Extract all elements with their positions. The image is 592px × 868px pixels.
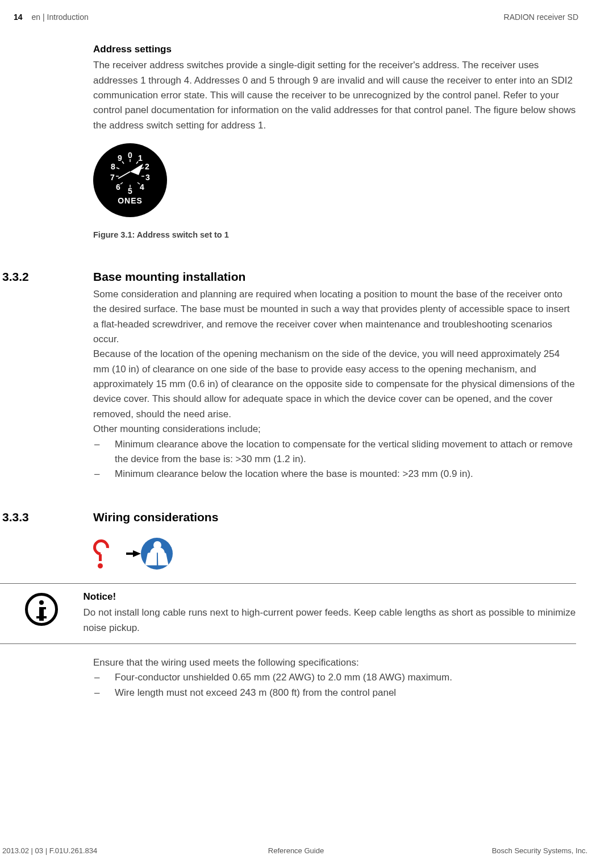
svg-line-3 [136, 161, 138, 164]
page-number: 14 [14, 11, 23, 24]
product-name: RADION receiver SD [504, 11, 578, 24]
dash-icon: – [93, 670, 115, 685]
content: Address settings The receiver address sw… [0, 42, 576, 700]
notice-block: Notice! Do not install long cable runs n… [0, 589, 576, 644]
wiring-list: –Four-conductor unshielded 0.65 mm (22 A… [93, 670, 576, 700]
list-item: –Minimum clearance above the location to… [93, 437, 576, 467]
arrow-right-icon [133, 550, 141, 557]
dial-2: 2 [145, 162, 149, 171]
dial-9: 9 [118, 153, 122, 163]
dial-8: 8 [111, 162, 115, 171]
svg-marker-0 [130, 164, 143, 175]
info-icon [25, 593, 58, 626]
section-332-title: Base mounting installation [93, 268, 245, 286]
wiring-spec: Ensure that the wiring used meets the fo… [93, 655, 576, 700]
wiring-item-1: Wire length must not exceed 243 m (800 f… [115, 686, 396, 700]
header-left: 14 en | Introduction [14, 11, 89, 24]
notice-text: Notice! Do not install long cable runs n… [84, 589, 576, 636]
section-333-title: Wiring considerations [93, 508, 218, 527]
s332-item-1: Minimum clearance below the location whe… [115, 467, 473, 481]
dial-1: 1 [138, 153, 143, 163]
dial-4: 4 [140, 182, 144, 192]
divider [0, 583, 576, 584]
section-332-number: 3.3.2 [0, 268, 93, 286]
dash-icon: – [93, 467, 115, 481]
list-item: –Wire length must not exceed 243 m (800 … [93, 686, 576, 700]
wiring-item-0: Four-conductor unshielded 0.65 mm (22 AW… [115, 670, 452, 685]
dial-5: 5 [128, 186, 132, 196]
s332-list: –Minimum clearance above the location to… [93, 437, 576, 482]
svg-line-1 [118, 172, 130, 178]
question-mark-icon [93, 539, 112, 568]
svg-line-8 [120, 182, 123, 184]
address-settings-body: The receiver address switches provide a … [93, 58, 576, 133]
notice-title: Notice! [84, 589, 576, 604]
dial-6: 6 [116, 182, 120, 192]
wiring-lead: Ensure that the wiring used meets the fo… [93, 655, 576, 670]
read-manual-icon [141, 538, 173, 570]
page-footer: 2013.02 | 03 | F.01U.261.834 Reference G… [0, 845, 592, 857]
notice-body: Do not install long cable runs next to h… [84, 605, 576, 636]
s332-p1: Some consideration and planning are requ… [93, 287, 576, 347]
dash-icon: – [93, 686, 115, 700]
rotary-dial-icon: 0 1 2 3 4 5 6 7 8 9 ONES [93, 143, 167, 217]
dial-0: 0 [128, 151, 132, 160]
address-settings-section: Address settings The receiver address sw… [93, 42, 576, 242]
refer-manual-icons [93, 538, 576, 570]
footer-left: 2013.02 | 03 | F.01U.261.834 [2, 845, 97, 857]
figure-caption: Figure 3.1: Address switch set to 1 [93, 229, 576, 241]
rotary-dial-svg: 0 1 2 3 4 5 6 7 8 9 ONES [93, 143, 167, 217]
footer-right: Bosch Security Systems, Inc. [492, 845, 587, 857]
section-332-body: Some consideration and planning are requ… [93, 287, 576, 481]
page-header: 14 en | Introduction RADION receiver SD [0, 11, 592, 24]
footer-center: Reference Guide [268, 845, 324, 857]
s332-p2: Because of the location of the opening m… [93, 347, 576, 422]
dial-3: 3 [145, 173, 150, 182]
section-332-header: 3.3.2 Base mounting installation [0, 268, 576, 286]
svg-line-11 [122, 161, 124, 164]
breadcrumb: en | Introduction [32, 11, 89, 24]
notice-icon-column [0, 589, 84, 636]
s332-p3: Other mounting considerations include; [93, 422, 576, 437]
address-settings-heading: Address settings [93, 42, 576, 57]
s332-item-0: Minimum clearance above the location to … [115, 437, 576, 467]
dial-7: 7 [110, 173, 115, 182]
figure-address-switch: 0 1 2 3 4 5 6 7 8 9 ONES [93, 143, 576, 241]
list-item: –Four-conductor unshielded 0.65 mm (22 A… [93, 670, 576, 685]
svg-line-10 [116, 168, 119, 169]
list-item: –Minimum clearance below the location wh… [93, 467, 576, 481]
section-333-number: 3.3.3 [0, 508, 93, 527]
section-333-header: 3.3.3 Wiring considerations [0, 508, 576, 527]
dash-icon: – [93, 437, 115, 467]
dial-ones: ONES [118, 196, 143, 205]
